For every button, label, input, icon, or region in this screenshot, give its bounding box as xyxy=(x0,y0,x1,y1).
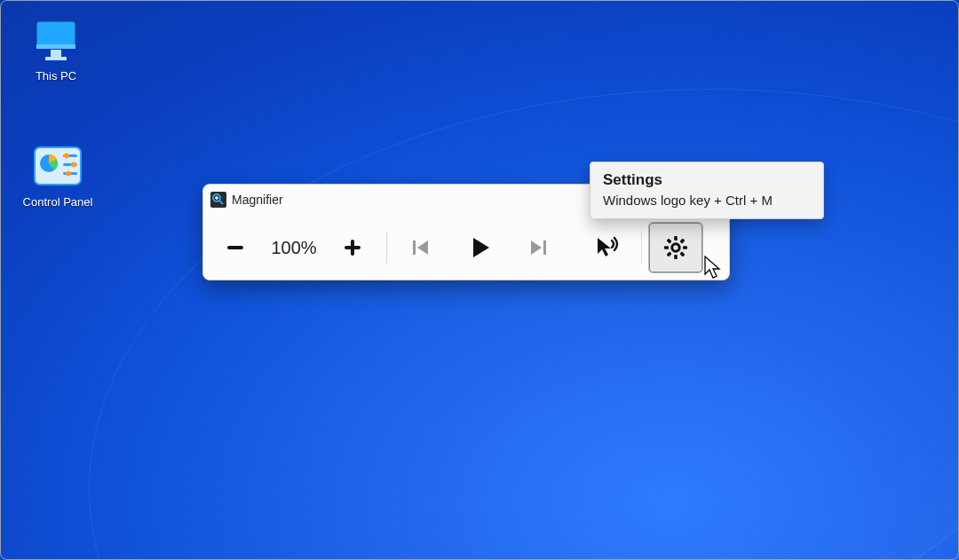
zoom-level: 100% xyxy=(262,238,326,258)
desktop-icon-control-panel[interactable]: Control Panel xyxy=(9,142,107,209)
svg-rect-3 xyxy=(51,50,61,57)
window-title: Magnifier xyxy=(232,193,283,207)
previous-button[interactable] xyxy=(394,223,448,272)
svg-rect-0 xyxy=(36,21,75,48)
skip-previous-icon xyxy=(408,235,433,260)
desktop-icon-label: Control Panel xyxy=(9,195,107,209)
tooltip-shortcut: Windows logo key + Ctrl + M xyxy=(603,193,811,208)
svg-rect-19 xyxy=(227,246,243,249)
settings-button[interactable] xyxy=(649,223,702,272)
settings-tooltip: Settings Windows logo key + Ctrl + M xyxy=(590,162,824,219)
svg-point-28 xyxy=(672,244,679,251)
svg-rect-21 xyxy=(351,240,354,256)
svg-rect-4 xyxy=(45,57,67,60)
svg-marker-25 xyxy=(531,241,542,255)
svg-rect-31 xyxy=(664,246,669,249)
zoom-in-button[interactable] xyxy=(326,223,379,272)
svg-marker-24 xyxy=(473,238,489,257)
play-icon xyxy=(466,234,493,261)
svg-rect-33 xyxy=(679,239,685,244)
plus-icon xyxy=(341,236,364,259)
separator xyxy=(386,232,387,264)
play-button[interactable] xyxy=(448,223,511,272)
svg-marker-23 xyxy=(417,241,428,255)
magnifier-toolbar: 100% xyxy=(203,215,729,280)
svg-point-12 xyxy=(66,171,71,177)
read-from-here-button[interactable] xyxy=(581,223,634,272)
magnifier-app-icon xyxy=(210,192,226,208)
control-panel-icon xyxy=(29,142,86,193)
desktop-icon-this-pc[interactable]: This PC xyxy=(16,16,96,83)
svg-rect-36 xyxy=(679,251,685,256)
svg-rect-34 xyxy=(667,251,672,256)
cursor-sound-icon xyxy=(594,234,621,261)
svg-rect-35 xyxy=(667,239,672,244)
zoom-out-button[interactable] xyxy=(209,223,262,272)
minus-icon xyxy=(224,236,247,259)
monitor-icon xyxy=(29,16,83,67)
svg-point-8 xyxy=(64,154,69,159)
svg-marker-27 xyxy=(598,238,611,256)
svg-rect-29 xyxy=(674,236,678,241)
desktop-icon-label: This PC xyxy=(16,69,96,83)
svg-rect-26 xyxy=(543,241,546,255)
tooltip-title: Settings xyxy=(603,171,811,189)
svg-point-10 xyxy=(71,162,76,168)
svg-rect-32 xyxy=(683,246,687,249)
svg-rect-2 xyxy=(36,44,75,49)
next-button[interactable] xyxy=(511,223,565,272)
gear-icon xyxy=(663,235,688,260)
skip-next-icon xyxy=(526,235,551,260)
svg-rect-22 xyxy=(413,241,416,255)
separator xyxy=(641,232,642,264)
svg-rect-30 xyxy=(674,255,678,259)
